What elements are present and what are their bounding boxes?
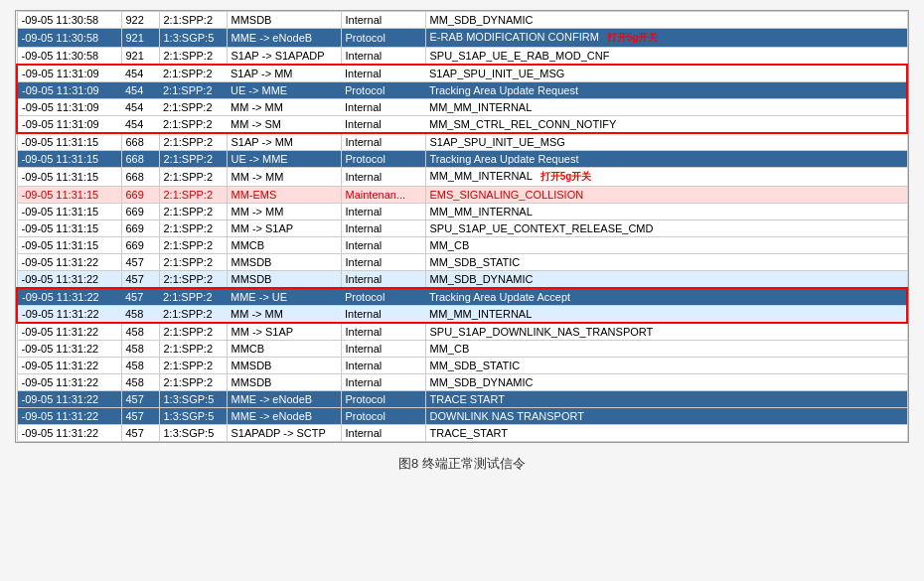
table-cell: -09-05 11:30:58 <box>17 48 121 66</box>
table-cell: 2:1:SPP:2 <box>159 48 227 66</box>
table-cell: MM_MM_INTERNAL <box>425 306 907 324</box>
table-cell: MMSDB <box>227 358 341 374</box>
table-cell: 457 <box>121 425 159 442</box>
table-cell: 457 <box>121 391 159 408</box>
table-cell: MME -> UE <box>227 288 341 306</box>
table-cell: MME -> eNodeB <box>227 29 341 48</box>
table-cell: S1AP -> MM <box>227 133 341 151</box>
table-cell: MME -> eNodeB <box>227 408 341 425</box>
table-cell: 2:1:SPP:2 <box>159 254 227 271</box>
table-cell: -09-05 11:31:22 <box>17 391 121 408</box>
table-cell: S1AP -> S1APADP <box>227 48 341 66</box>
table-row: -09-05 11:31:224572:1:SPP:2MME -> UEProt… <box>17 288 907 306</box>
table-cell: 668 <box>121 168 159 187</box>
table-cell: 669 <box>121 237 159 254</box>
table-cell: -09-05 11:31:15 <box>17 168 121 187</box>
table-cell: MM_SDB_DYNAMIC <box>425 374 907 391</box>
table-cell: 454 <box>121 116 159 134</box>
table-cell: -09-05 11:31:22 <box>17 323 121 341</box>
table-cell: 2:1:SPP:2 <box>159 237 227 254</box>
table-cell: -09-05 11:30:58 <box>17 12 121 29</box>
table-cell: 2:1:SPP:2 <box>159 12 227 29</box>
table-cell: MM_SDB_STATIC <box>425 358 907 374</box>
table-cell: Protocol <box>341 29 425 48</box>
table-cell: -09-05 11:31:15 <box>17 204 121 220</box>
table-cell: MM -> MM <box>227 204 341 220</box>
table-cell: Tracking Area Update Request <box>425 82 907 99</box>
table-cell: MM_CB <box>425 237 907 254</box>
table-row: -09-05 11:31:094542:1:SPP:2UE -> MMEProt… <box>17 82 907 99</box>
table-cell: MM -> SM <box>227 116 341 134</box>
table-cell: S1AP_SPU_INIT_UE_MSG <box>425 65 907 82</box>
table-cell: -09-05 11:31:22 <box>17 341 121 358</box>
table-cell: MM_SDB_DYNAMIC <box>425 12 907 29</box>
table-cell: Internal <box>341 48 425 66</box>
table-cell: 458 <box>121 341 159 358</box>
table-cell: 457 <box>121 271 159 289</box>
table-cell: 669 <box>121 187 159 204</box>
table-cell: 2:1:SPP:2 <box>159 168 227 187</box>
table-cell: Internal <box>341 306 425 324</box>
table-cell: MM -> S1AP <box>227 323 341 341</box>
table-cell: 454 <box>121 82 159 99</box>
table-row: -09-05 11:30:589222:1:SPP:2MMSDBInternal… <box>17 12 907 29</box>
table-cell: 921 <box>121 29 159 48</box>
table-cell: MM -> MM <box>227 99 341 116</box>
table-row: -09-05 11:31:156692:1:SPP:2MMCBInternalM… <box>17 237 907 254</box>
table-cell: Protocol <box>341 288 425 306</box>
table-cell: -09-05 11:31:15 <box>17 187 121 204</box>
table-cell: 2:1:SPP:2 <box>159 99 227 116</box>
table-row: -09-05 11:31:224582:1:SPP:2MM -> S1APInt… <box>17 323 907 341</box>
table-row: -09-05 11:31:224571:3:SGP:5S1APADP -> SC… <box>17 425 907 442</box>
table-cell: MMCB <box>227 237 341 254</box>
table-cell: -09-05 11:31:22 <box>17 408 121 425</box>
table-cell: 2:1:SPP:2 <box>159 306 227 324</box>
table-cell: MME -> eNodeB <box>227 391 341 408</box>
table-row: -09-05 11:31:094542:1:SPP:2MM -> MMInter… <box>17 99 907 116</box>
table-cell: MMCB <box>227 341 341 358</box>
table-row: -09-05 11:31:224582:1:SPP:2MMCBInternalM… <box>17 341 907 358</box>
table-cell: Internal <box>341 254 425 271</box>
table-cell: TRACE_START <box>425 425 907 442</box>
table-row: -09-05 11:31:224571:3:SGP:5MME -> eNodeB… <box>17 391 907 408</box>
table-cell: 922 <box>121 12 159 29</box>
table-cell: 1:3:SGP:5 <box>159 29 227 48</box>
table-cell: EMS_SIGNALING_COLLISION <box>425 187 907 204</box>
table-cell: MM_SDB_STATIC <box>425 254 907 271</box>
table-cell: 2:1:SPP:2 <box>159 116 227 134</box>
table-cell: SPU_S1AP_DOWNLINK_NAS_TRANSPORT <box>425 323 907 341</box>
table-row: -09-05 11:31:224571:3:SGP:5MME -> eNodeB… <box>17 408 907 425</box>
table-cell: 1:3:SGP:5 <box>159 425 227 442</box>
table-cell: S1AP_SPU_INIT_UE_MSG <box>425 133 907 151</box>
table-cell: -09-05 11:31:15 <box>17 220 121 237</box>
table-cell: MM -> S1AP <box>227 220 341 237</box>
table-row: -09-05 11:31:224582:1:SPP:2MMSDBInternal… <box>17 358 907 374</box>
table-row: -09-05 11:31:156692:1:SPP:2MM -> S1APInt… <box>17 220 907 237</box>
table-cell: 457 <box>121 254 159 271</box>
table-cell: 1:3:SGP:5 <box>159 391 227 408</box>
table-cell: 2:1:SPP:2 <box>159 358 227 374</box>
annotation-text: 打开5g开关 <box>607 32 659 43</box>
table-cell: 2:1:SPP:2 <box>159 187 227 204</box>
table-row: -09-05 11:31:224582:1:SPP:2MMSDBInternal… <box>17 374 907 391</box>
table-cell: 458 <box>121 306 159 324</box>
table-cell: Internal <box>341 220 425 237</box>
table-cell: Internal <box>341 358 425 374</box>
table-cell: 458 <box>121 358 159 374</box>
table-cell: Internal <box>341 168 425 187</box>
table-cell: Protocol <box>341 391 425 408</box>
table-cell: MM_SM_CTRL_REL_CONN_NOTIFY <box>425 116 907 134</box>
table-cell: UE -> MME <box>227 82 341 99</box>
table-cell: 1:3:SGP:5 <box>159 408 227 425</box>
table-cell: MMSDB <box>227 374 341 391</box>
table-row: -09-05 11:31:224572:1:SPP:2MMSDBInternal… <box>17 271 907 289</box>
table-cell: UE -> MME <box>227 151 341 168</box>
table-cell: 457 <box>121 288 159 306</box>
table-cell: -09-05 11:30:58 <box>17 29 121 48</box>
table-cell: -09-05 11:31:22 <box>17 306 121 324</box>
table-cell: Tracking Area Update Accept <box>425 288 907 306</box>
table-cell: -09-05 11:31:22 <box>17 358 121 374</box>
table-cell: 669 <box>121 220 159 237</box>
table-row: -09-05 11:31:156682:1:SPP:2S1AP -> MMInt… <box>17 133 907 151</box>
figure-caption: 图8 终端正常测试信令 <box>398 455 526 473</box>
